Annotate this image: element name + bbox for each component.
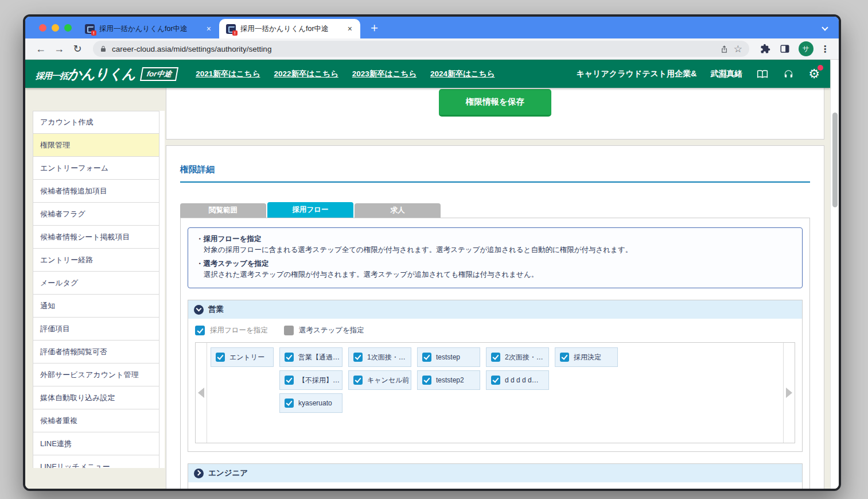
tab-title: 採用一括かんりくんfor中途 <box>99 24 201 34</box>
step-label: 1次面接・… <box>367 353 406 362</box>
chevron-right-circle-icon <box>194 469 204 478</box>
step-item-4[interactable]: teststep <box>417 347 480 367</box>
maximize-window-button[interactable] <box>64 24 72 32</box>
carousel-prev-button[interactable] <box>196 343 207 443</box>
browser-toolbar: ← → ↻ career-cloud.asia/mid/settings/aut… <box>25 38 839 60</box>
share-icon[interactable] <box>720 45 729 53</box>
flow-header[interactable]: 営業 <box>188 300 802 319</box>
option-checkbox[interactable] <box>284 326 294 335</box>
sidebar-scroll-track[interactable] <box>159 111 165 468</box>
sidebar-item-2[interactable]: 権限管理 <box>33 134 159 157</box>
user-name[interactable]: 武淵真緒 <box>710 69 742 79</box>
step-item-3[interactable]: 1次面接・… <box>348 347 411 367</box>
step-checkbox[interactable] <box>560 353 569 362</box>
step-checkbox[interactable] <box>422 353 431 362</box>
info-item-title-2: ・選考ステップを指定 <box>196 259 794 269</box>
app-logo[interactable]: 採用一括 かんりくん <box>36 65 135 83</box>
reload-button[interactable]: ↻ <box>69 42 86 55</box>
bookmark-star-icon[interactable]: ☆ <box>734 43 742 55</box>
detail-tab-3[interactable]: 求人 <box>355 203 441 218</box>
sidebar-item-11[interactable]: 評価者情報閲覧可否 <box>33 341 159 363</box>
sidebar-item-12[interactable]: 外部サービスアカウント管理 <box>33 363 159 386</box>
tab-close-icon[interactable]: × <box>205 24 212 33</box>
back-button[interactable]: ← <box>32 43 49 55</box>
detail-tab-1[interactable]: 閲覧範囲 <box>180 203 266 218</box>
browser-tab-2[interactable]: !採用一括かんりくんfor中途× <box>219 19 360 38</box>
sidebar-item-10[interactable]: 評価項目 <box>33 318 159 341</box>
carousel-next-button[interactable] <box>783 343 795 443</box>
sidebar-item-16[interactable]: LINEリッチメニュー <box>33 455 159 468</box>
side-panel-icon[interactable] <box>780 44 790 54</box>
step-checkbox[interactable] <box>491 353 500 362</box>
step-item-7[interactable]: 【不採用】… <box>279 370 342 390</box>
info-item-desc-1: 対象の採用フローに含まれる選考ステップ全ての権限が付与されます。選考ステップが追… <box>204 245 794 255</box>
nav-link-3[interactable]: 2023新卒はこちら <box>352 69 417 79</box>
sidebar-item-15[interactable]: LINE連携 <box>33 432 159 455</box>
manual-book-icon[interactable] <box>756 68 769 80</box>
detail-title: 権限詳細 <box>180 164 810 175</box>
steps-carousel: エントリー営業【通過…1次面接・…teststep2次面接・…採用決定【不採用】… <box>195 342 795 443</box>
lock-icon <box>100 45 107 53</box>
detail-tab-2[interactable]: 採用フロー <box>267 202 353 218</box>
url-bar[interactable]: career-cloud.asia/mid/settings/authority… <box>93 41 749 57</box>
tab-close-icon[interactable]: × <box>347 24 353 33</box>
app-body: アカウント作成権限管理エントリーフォーム候補者情報追加項目候補者フラグ候補者情報… <box>25 88 830 489</box>
flow-options: 採用フローを指定選考ステップを指定 <box>188 482 802 489</box>
save-button[interactable]: 権限情報を保存 <box>439 89 551 117</box>
sidebar-item-8[interactable]: メールタグ <box>33 272 159 295</box>
step-checkbox[interactable] <box>353 376 363 385</box>
step-checkbox[interactable] <box>285 376 294 385</box>
sidebar-item-3[interactable]: エントリーフォーム <box>33 157 159 180</box>
sidebar-item-9[interactable]: 通知 <box>33 295 159 318</box>
flow-section-2: エンジニア採用フローを指定選考ステップを指定 <box>188 463 803 489</box>
browser-tab-1[interactable]: !採用一括かんりくんfor中途× <box>78 19 219 38</box>
sidebar-item-6[interactable]: 候補者情報シート掲載項目 <box>33 226 159 249</box>
main-area: 権限情報を保存 権限詳細 閲覧範囲採用フロー求人 ・採用フローを指定対象の採用フ… <box>166 88 830 489</box>
option-checkbox[interactable] <box>195 326 205 335</box>
sidebar-item-4[interactable]: 候補者情報追加項目 <box>33 180 159 203</box>
step-checkbox[interactable] <box>216 353 225 362</box>
scrollbar-thumb[interactable] <box>832 113 838 207</box>
step-checkbox[interactable] <box>353 353 363 362</box>
step-item-9[interactable]: teststep2 <box>417 370 480 390</box>
step-item-2[interactable]: 営業【通過… <box>279 347 342 367</box>
sidebar-item-14[interactable]: 候補者重複 <box>33 409 159 432</box>
nav-link-2[interactable]: 2022新卒はこちら <box>274 69 338 79</box>
sidebar-item-13[interactable]: 媒体自動取り込み設定 <box>33 386 159 409</box>
step-item-6[interactable]: 採用決定 <box>555 347 618 367</box>
forward-button[interactable]: → <box>50 43 68 55</box>
sidebar-wrap: アカウント作成権限管理エントリーフォーム候補者情報追加項目候補者フラグ候補者情報… <box>25 88 166 489</box>
page-scrollbar[interactable] <box>830 60 839 489</box>
extensions-puzzle-icon[interactable] <box>760 44 770 54</box>
url-text[interactable]: career-cloud.asia/mid/settings/authority… <box>112 45 715 53</box>
flow-header[interactable]: エンジニア <box>188 464 802 482</box>
step-item-10[interactable]: d d d d d… <box>486 370 549 390</box>
next-arrow-icon <box>786 388 792 398</box>
browser-menu-dots-icon[interactable]: ⋮ <box>820 44 830 55</box>
step-item-5[interactable]: 2次面接・… <box>486 347 549 367</box>
sidebar-item-5[interactable]: 候補者フラグ <box>33 203 159 226</box>
step-label: kyaseruato <box>298 399 332 407</box>
tab-search-chevron-icon[interactable] <box>822 24 828 30</box>
step-checkbox[interactable] <box>491 376 500 385</box>
step-item-1[interactable]: エントリー <box>211 347 274 367</box>
close-window-button[interactable] <box>39 24 46 32</box>
favicon-alert-badge: ! <box>232 30 238 36</box>
header-nav-links: 2021新卒はこちら2022新卒はこちら2023新卒はこちら2024新卒はこちら <box>196 69 495 79</box>
step-checkbox[interactable] <box>422 376 431 385</box>
step-checkbox[interactable] <box>285 353 294 362</box>
support-headset-icon[interactable] <box>783 68 795 80</box>
step-checkbox[interactable] <box>285 399 294 408</box>
step-item-11[interactable]: kyaseruato <box>279 393 342 413</box>
step-item-8[interactable]: キャンセル前 <box>348 370 411 390</box>
nav-link-1[interactable]: 2021新卒はこちら <box>196 69 260 79</box>
tab-title: 採用一括かんりくんfor中途 <box>240 24 342 34</box>
minimize-window-button[interactable] <box>52 24 59 32</box>
profile-avatar[interactable]: サ <box>799 41 813 56</box>
nav-link-4[interactable]: 2024新卒はこちら <box>430 69 495 79</box>
sidebar-item-7[interactable]: エントリー経路 <box>33 249 159 272</box>
settings-gear-icon[interactable]: ⚙ <box>808 68 820 80</box>
new-tab-button[interactable]: ＋ <box>368 19 380 36</box>
prev-arrow-icon <box>198 388 204 398</box>
sidebar-item-1[interactable]: アカウント作成 <box>33 111 159 134</box>
